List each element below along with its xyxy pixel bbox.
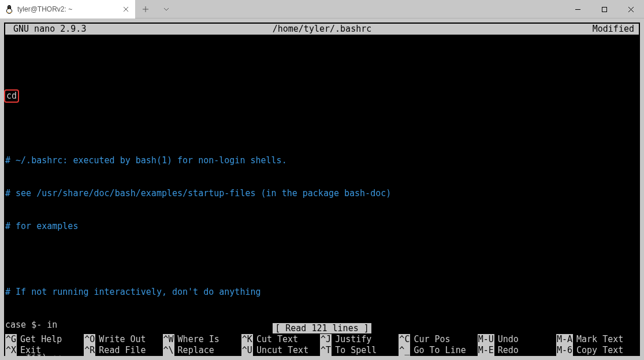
editor-area[interactable]: cd # ~/.bashrc: executed by bash(1) for … bbox=[4, 35, 640, 356]
shortcut-key: ^J bbox=[320, 334, 332, 345]
tux-icon bbox=[5, 5, 14, 14]
new-tab-button[interactable] bbox=[135, 0, 156, 18]
shortcut-key: ^C bbox=[399, 334, 410, 345]
shortcut-key: ^K bbox=[241, 334, 253, 345]
shortcut-label: Replace bbox=[178, 345, 214, 356]
editor-line: # If not running interactively, don't do… bbox=[5, 287, 639, 298]
shortcut-key: M-U bbox=[478, 334, 494, 345]
svg-point-4 bbox=[9, 6, 10, 7]
shortcut-label: Justify bbox=[335, 334, 371, 345]
shortcut-key: ^X bbox=[5, 345, 17, 356]
tab-dropdown-button[interactable] bbox=[156, 0, 177, 18]
shortcut-label: Mark Text bbox=[576, 334, 623, 345]
tab-title: tyler@THORv2: ~ bbox=[17, 5, 118, 13]
shortcut-label: Read File bbox=[99, 345, 146, 356]
cursor-highlight: cd bbox=[4, 89, 19, 103]
shortcut-label: Uncut Text bbox=[256, 345, 308, 356]
shortcut-exit: ^XExit bbox=[5, 345, 84, 356]
svg-point-3 bbox=[8, 6, 9, 7]
shortcut-key: ^_ bbox=[399, 345, 410, 356]
shortcut-key: ^R bbox=[84, 345, 95, 356]
editor-line: # for examples bbox=[5, 221, 639, 232]
tab-close-button[interactable] bbox=[121, 5, 131, 14]
svg-rect-5 bbox=[602, 7, 606, 12]
shortcut-key: M-6 bbox=[556, 345, 573, 356]
cursor-text: cd bbox=[6, 91, 17, 101]
minimize-button[interactable] bbox=[564, 0, 591, 18]
nano-status-line: [ Read 121 lines ] bbox=[4, 323, 640, 334]
nano-version: GNU nano 2.9.3 bbox=[6, 24, 215, 35]
editor-line: # see /usr/share/doc/bash/examples/start… bbox=[5, 188, 639, 199]
shortcut-label: Redo bbox=[498, 345, 519, 356]
read-lines-msg: [ Read 121 lines ] bbox=[273, 323, 371, 333]
shortcut-justify: ^JJustify bbox=[320, 334, 399, 345]
shortcut-label: Write Out bbox=[99, 334, 146, 345]
nano-filename: /home/tyler/.bashrc bbox=[215, 24, 430, 35]
shortcut-replace: ^\Replace bbox=[163, 345, 241, 356]
editor-line: # ~/.bashrc: executed by bash(1) for non… bbox=[5, 155, 639, 166]
tab-controls bbox=[135, 0, 177, 18]
shortcut-to-spell: ^TTo Spell bbox=[320, 345, 399, 356]
shortcut-key: ^O bbox=[84, 334, 95, 345]
close-button[interactable] bbox=[617, 0, 644, 18]
shortcut-label: Cut Text bbox=[256, 334, 298, 345]
shortcut-write-out: ^OWrite Out bbox=[84, 334, 162, 345]
shortcut-undo: M-UUndo bbox=[478, 334, 556, 345]
shortcut-label: To Spell bbox=[335, 345, 377, 356]
shortcut-copy-text: M-6Copy Text bbox=[556, 345, 639, 356]
active-tab[interactable]: tyler@THORv2: ~ bbox=[0, 0, 135, 18]
nano-header: GNU nano 2.9.3 /home/tyler/.bashrc Modif… bbox=[5, 24, 639, 35]
shortcut-key: ^T bbox=[320, 345, 332, 356]
shortcut-label: Undo bbox=[498, 334, 519, 345]
shortcut-go-to-line: ^_Go To Line bbox=[399, 345, 477, 356]
nano-modified: Modified bbox=[429, 24, 638, 35]
shortcut-key: ^W bbox=[163, 334, 174, 345]
shortcut-key: ^G bbox=[5, 334, 17, 345]
shortcut-label: Copy Text bbox=[576, 345, 623, 356]
shortcut-label: Cur Pos bbox=[414, 334, 450, 345]
shortcut-mark-text: M-AMark Text bbox=[556, 334, 639, 345]
window-titlebar: tyler@THORv2: ~ bbox=[0, 0, 644, 18]
shortcut-key: M-A bbox=[556, 334, 573, 345]
shortcut-key: ^\ bbox=[163, 345, 174, 356]
shortcut-label: Exit bbox=[20, 345, 41, 356]
shortcut-redo: M-ERedo bbox=[478, 345, 556, 356]
shortcut-where-is: ^WWhere Is bbox=[163, 334, 241, 345]
shortcut-cur-pos: ^CCur Pos bbox=[399, 334, 477, 345]
nano-shortcuts: ^GGet Help^OWrite Out^WWhere Is^KCut Tex… bbox=[4, 334, 640, 356]
shortcut-label: Go To Line bbox=[414, 345, 466, 356]
shortcut-label: Get Help bbox=[20, 334, 62, 345]
shortcut-read-file: ^RRead File bbox=[84, 345, 162, 356]
window-controls bbox=[564, 0, 644, 18]
terminal[interactable]: GNU nano 2.9.3 /home/tyler/.bashrc Modif… bbox=[4, 22, 640, 356]
shortcut-key: M-E bbox=[478, 345, 494, 356]
shortcut-label: Where Is bbox=[178, 334, 219, 345]
shortcut-get-help: ^GGet Help bbox=[5, 334, 84, 345]
shortcut-key: ^U bbox=[241, 345, 253, 356]
shortcut-cut-text: ^KCut Text bbox=[241, 334, 320, 345]
maximize-button[interactable] bbox=[591, 0, 617, 18]
shortcut-uncut-text: ^UUncut Text bbox=[241, 345, 320, 356]
